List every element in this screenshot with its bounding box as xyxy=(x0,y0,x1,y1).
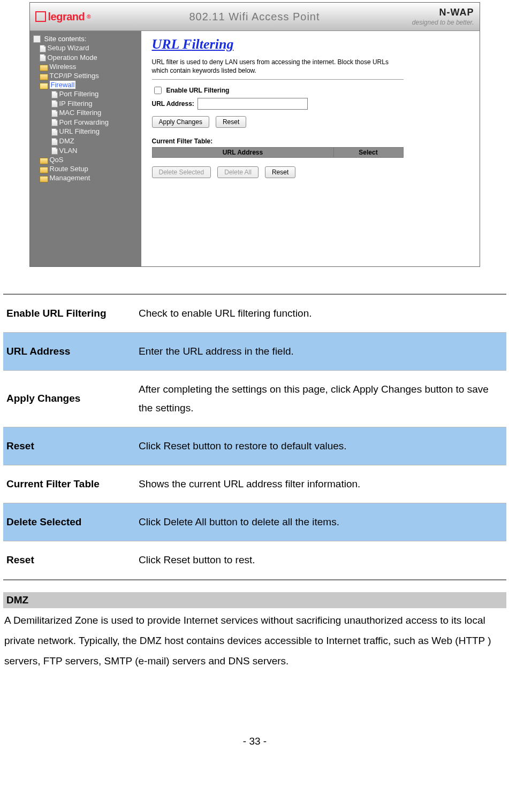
doc-val: Click Reset button to rest. xyxy=(135,541,506,579)
doc-val: Click Reset button to restore to default… xyxy=(135,427,506,465)
doc-key: Current Filter Table xyxy=(3,465,135,503)
doc-key: Reset xyxy=(3,541,135,579)
url-address-label: URL Address: xyxy=(152,100,194,108)
doc-val: Enter the URL address in the field. xyxy=(135,333,506,371)
sidebar-item-wireless[interactable]: Wireless xyxy=(32,62,139,71)
doc-area: Enable URL FilteringCheck to enable URL … xyxy=(3,294,506,747)
sidebar-item-label: Firewall xyxy=(50,81,76,89)
sidebar-item-label: MAC Filtering xyxy=(59,109,102,117)
doc-icon xyxy=(40,45,46,52)
doc-key: Enable URL Filtering xyxy=(3,295,135,333)
sidebar: Site contents: Setup Wizard Operation Mo… xyxy=(30,31,141,266)
folder-icon xyxy=(40,176,48,182)
sidebar-item-label: Route Setup xyxy=(50,165,88,173)
divider xyxy=(152,79,404,80)
doc-icon xyxy=(51,110,58,117)
doc-table: Enable URL FilteringCheck to enable URL … xyxy=(3,295,506,579)
filter-table-th-url: URL Address xyxy=(152,148,333,158)
sidebar-item-label: QoS xyxy=(50,156,64,164)
sidebar-item-mac-filtering[interactable]: MAC Filtering xyxy=(32,108,139,118)
doc-val: Check to enable URL filtering function. xyxy=(135,295,506,333)
sidebar-item-label: TCP/IP Settings xyxy=(50,72,99,80)
sidebar-item-label: Port Forwarding xyxy=(59,118,109,126)
sidebar-item-route-setup[interactable]: Route Setup xyxy=(32,164,139,173)
reset-button[interactable]: Reset xyxy=(216,116,246,128)
folder-icon xyxy=(40,74,48,80)
doc-key: Reset xyxy=(3,427,135,465)
doc-row: Current Filter TableShows the current UR… xyxy=(3,465,506,503)
logo: legrand® xyxy=(35,11,91,23)
doc-row: Delete SelectedClick Delete All button t… xyxy=(3,503,506,541)
screenshot-header: legrand® 802.11 Wifi Access Point N-WAP … xyxy=(30,3,480,31)
filter-table-th-select: Select xyxy=(333,148,403,158)
delete-selected-button[interactable]: Delete Selected xyxy=(152,166,211,178)
doc-val: Shows the current URL address filter inf… xyxy=(135,465,506,503)
page-title: URL Filtering xyxy=(152,36,469,52)
doc-row: ResetClick Reset button to restore to de… xyxy=(3,427,506,465)
sidebar-item-label: Setup Wizard xyxy=(48,44,89,52)
sidebar-item-operation-mode[interactable]: Operation Mode xyxy=(32,53,139,63)
sidebar-item-firewall[interactable]: Firewall xyxy=(32,80,139,89)
logo-text: legrand xyxy=(48,11,85,23)
doc-key: Delete Selected xyxy=(3,503,135,541)
book-icon xyxy=(33,35,41,43)
sidebar-item-label: Operation Mode xyxy=(48,53,97,62)
reset-table-button[interactable]: Reset xyxy=(265,166,295,178)
folder-icon xyxy=(40,65,48,71)
delete-all-button[interactable]: Delete All xyxy=(217,166,259,178)
page-description: URL filter is used to deny LAN users fro… xyxy=(152,58,404,75)
doc-val: Click Delete All button to delete all th… xyxy=(135,503,506,541)
sidebar-heading-label: Site contents: xyxy=(44,35,87,43)
doc-icon xyxy=(51,119,58,126)
sidebar-item-port-filtering[interactable]: Port Filtering xyxy=(32,89,139,99)
sidebar-item-tcpip[interactable]: TCP/IP Settings xyxy=(32,71,139,80)
url-address-input[interactable] xyxy=(197,98,308,110)
sidebar-item-vlan[interactable]: VLAN xyxy=(32,146,139,156)
dmz-body: A Demilitarized Zone is used to provide … xyxy=(3,608,506,671)
doc-icon xyxy=(51,100,58,108)
doc-row: Apply ChangesAfter completing the settin… xyxy=(3,371,506,427)
apply-changes-button[interactable]: Apply Changes xyxy=(152,116,209,128)
doc-row: ResetClick Reset button to rest. xyxy=(3,541,506,579)
doc-icon xyxy=(51,147,58,155)
doc-key: Apply Changes xyxy=(3,371,135,427)
enable-url-filtering-checkbox[interactable] xyxy=(154,87,162,94)
router-screenshot: legrand® 802.11 Wifi Access Point N-WAP … xyxy=(29,2,480,267)
header-right: N-WAP designed to be better. xyxy=(412,7,474,26)
logo-mark-icon xyxy=(35,11,46,22)
filter-table-heading: Current Filter Table: xyxy=(152,137,469,145)
sidebar-item-label: IP Filtering xyxy=(59,99,93,108)
sidebar-item-management[interactable]: Management xyxy=(32,173,139,182)
doc-row: URL AddressEnter the URL address in the … xyxy=(3,333,506,371)
sidebar-item-label: URL Filtering xyxy=(59,127,100,135)
content-pane: URL Filtering URL filter is used to deny… xyxy=(141,31,480,266)
doc-bottom-divider xyxy=(3,579,506,580)
doc-row: Enable URL FilteringCheck to enable URL … xyxy=(3,295,506,333)
sidebar-item-setup-wizard[interactable]: Setup Wizard xyxy=(32,43,139,53)
doc-icon xyxy=(51,91,58,98)
sidebar-item-label: VLAN xyxy=(59,147,78,155)
sidebar-item-label: Management xyxy=(50,174,90,182)
folder-open-icon xyxy=(40,83,48,89)
sidebar-item-label: Wireless xyxy=(50,63,77,71)
sidebar-item-ip-filtering[interactable]: IP Filtering xyxy=(32,99,139,109)
sidebar-heading: Site contents: xyxy=(32,34,139,43)
filter-table: URL Address Select xyxy=(152,147,404,158)
doc-icon xyxy=(51,138,58,145)
sidebar-item-url-filtering[interactable]: URL Filtering xyxy=(32,127,139,136)
sidebar-item-dmz[interactable]: DMZ xyxy=(32,136,139,146)
folder-icon xyxy=(40,167,48,173)
sidebar-item-qos[interactable]: QoS xyxy=(32,155,139,164)
product-brand: N-WAP xyxy=(412,7,474,19)
product-tagline: designed to be better. xyxy=(412,19,474,26)
folder-icon xyxy=(40,158,48,164)
doc-icon xyxy=(51,128,58,136)
enable-url-filtering-label: Enable URL Filtering xyxy=(166,87,230,94)
doc-icon xyxy=(40,54,46,62)
doc-key: URL Address xyxy=(3,333,135,371)
page-number: - 33 - xyxy=(3,736,506,747)
doc-val: After completing the settings on this pa… xyxy=(135,371,506,427)
sidebar-item-port-forwarding[interactable]: Port Forwarding xyxy=(32,118,139,127)
dmz-heading: DMZ xyxy=(3,592,506,608)
logo-reg: ® xyxy=(87,14,90,20)
